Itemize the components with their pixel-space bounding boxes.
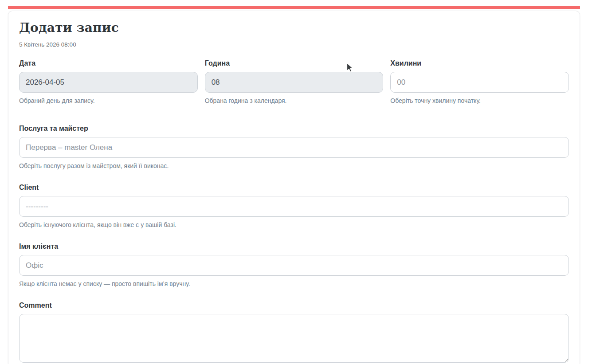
date-help-text: Обраний день для запису. xyxy=(19,97,198,104)
service-select[interactable] xyxy=(19,137,569,158)
service-help-text: Оберіть послугу разом із майстром, який … xyxy=(19,162,569,169)
client-field-group: Client Оберіть існуючого клієнта, якщо в… xyxy=(19,184,569,228)
client-name-field-group: Імя клієнта Якщо клієнта немає у списку … xyxy=(19,243,569,287)
client-name-label: Імя клієнта xyxy=(19,243,569,250)
client-select[interactable] xyxy=(19,196,569,217)
service-field-group: Послуга та майстер Оберіть послугу разом… xyxy=(19,125,569,169)
date-input[interactable] xyxy=(19,72,198,93)
service-label: Послуга та майстер xyxy=(19,125,569,133)
client-help-text: Оберіть існуючого клієнта, якщо він вже … xyxy=(19,221,569,228)
client-label: Client xyxy=(19,184,569,192)
minute-label: Хвилини xyxy=(390,59,569,67)
minute-help-text: Оберіть точну хвилину початку. xyxy=(390,97,569,104)
datetime-row: Дата Обраний день для запису. Година Обр… xyxy=(19,59,569,104)
accent-bar xyxy=(8,6,580,9)
comment-textarea[interactable] xyxy=(19,314,569,363)
hour-field-group: Година Обрана година з календаря. xyxy=(205,59,384,104)
client-name-help-text: Якщо клієнта немає у списку — просто впи… xyxy=(19,280,569,287)
comment-label: Comment xyxy=(19,301,569,309)
page-title: Додати запис xyxy=(19,21,569,35)
client-name-input[interactable] xyxy=(19,255,569,276)
hour-label: Година xyxy=(205,59,384,67)
minute-input[interactable] xyxy=(390,72,569,93)
selected-datetime-text: 5 Квітень 2026 08:00 xyxy=(19,41,569,48)
hour-help-text: Обрана година з календаря. xyxy=(205,97,384,104)
hour-input[interactable] xyxy=(205,72,384,93)
minute-field-group: Хвилини Оберіть точну хвилину початку. xyxy=(390,59,569,104)
add-record-card: Додати запис 5 Квітень 2026 08:00 Дата О… xyxy=(8,11,580,364)
comment-field-group: Comment Необов’язково: додайте нотатки д… xyxy=(19,301,569,364)
date-label: Дата xyxy=(19,59,198,67)
date-field-group: Дата Обраний день для запису. xyxy=(19,59,198,104)
